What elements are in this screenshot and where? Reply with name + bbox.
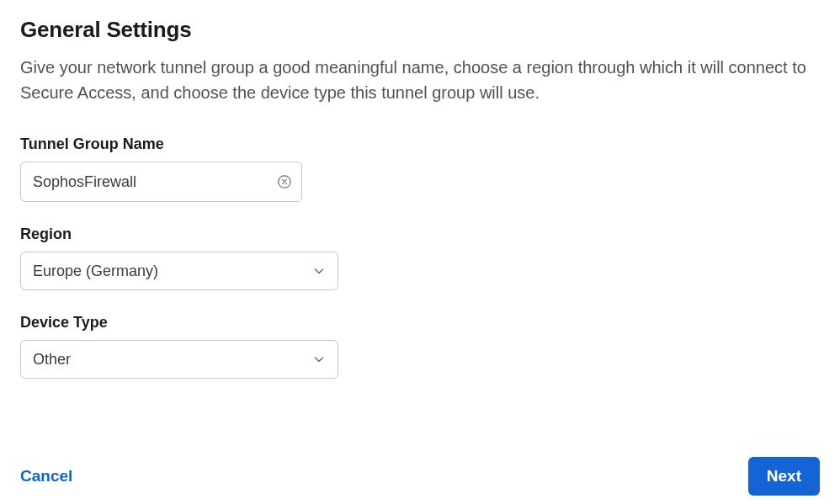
device-type-select[interactable]: Other [20,340,338,379]
tunnel-group-name-input[interactable] [20,162,302,202]
close-circle-icon [277,174,292,189]
cancel-button[interactable]: Cancel [20,467,72,485]
tunnel-group-name-label: Tunnel Group Name [20,135,820,153]
clear-input-button[interactable] [275,172,294,191]
tunnel-group-name-field: Tunnel Group Name [20,135,820,202]
region-select[interactable]: Europe (Germany) [20,252,338,290]
chevron-down-icon [312,353,326,366]
device-type-select-value: Other [33,351,71,369]
region-select-value: Europe (Germany) [33,263,158,280]
general-settings-panel: General Settings Give your network tunne… [0,0,840,504]
tunnel-group-name-input-wrap [20,162,302,202]
next-button[interactable]: Next [748,457,820,496]
device-type-field: Device Type Other [20,314,820,379]
page-title: General Settings [20,17,820,43]
device-type-label: Device Type [20,314,820,332]
chevron-down-icon [312,264,326,278]
region-label: Region [20,225,820,243]
footer-actions: Cancel Next [20,457,820,496]
page-description: Give your network tunnel group a good me… [20,55,820,105]
region-field: Region Europe (Germany) [20,225,820,290]
